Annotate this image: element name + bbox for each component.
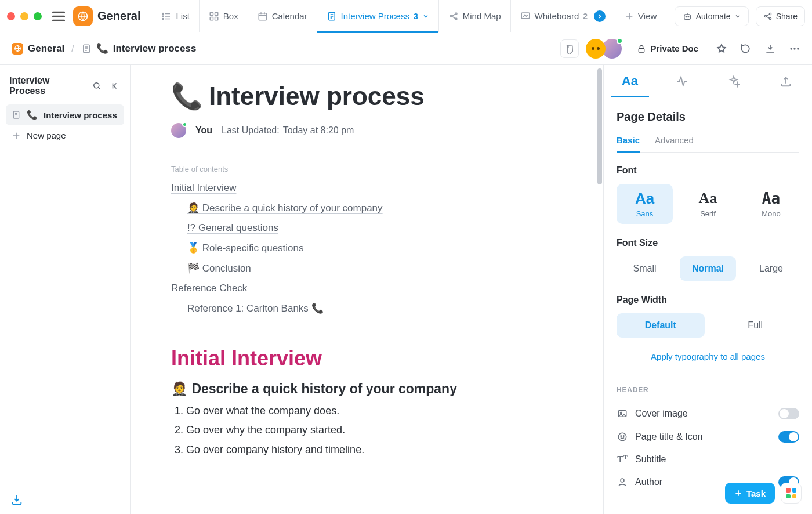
view-tab-whiteboard[interactable]: Whiteboard 2	[511, 0, 616, 32]
window-minimize-button[interactable]	[20, 12, 28, 20]
toggle-cover-image[interactable]	[778, 408, 799, 419]
rp-tab-ai[interactable]	[708, 65, 760, 97]
sidebar-item-label: New page	[27, 131, 66, 140]
comment-icon[interactable]	[740, 43, 752, 55]
size-large[interactable]: Large	[743, 256, 799, 281]
svg-point-24	[791, 48, 792, 49]
toc-link[interactable]: 🏁 Conclusion	[171, 258, 568, 278]
smile-icon	[617, 432, 628, 442]
last-updated-value: Today at 8:20 pm	[283, 125, 354, 136]
window-zoom-button[interactable]	[34, 12, 42, 20]
robot-icon	[682, 11, 693, 21]
window-close-button[interactable]	[7, 12, 15, 20]
right-panel-tabs: Aa	[604, 65, 812, 97]
rp-tab-export[interactable]	[760, 65, 812, 97]
rp-tab-typography[interactable]: Aa	[604, 65, 656, 97]
sparkle-icon	[727, 75, 740, 88]
star-icon[interactable]	[716, 43, 727, 55]
privacy-button[interactable]: Private Doc	[637, 44, 698, 53]
subtitle-icon: TT	[617, 454, 628, 465]
add-view-button[interactable]: View	[615, 0, 666, 32]
collapse-sidebar-icon[interactable]	[110, 81, 121, 91]
font-option-serif[interactable]: Aa Serif	[680, 184, 736, 224]
font-sample: Aa	[619, 191, 670, 206]
svg-point-12	[455, 18, 457, 20]
overflow-arrow-icon[interactable]	[594, 10, 606, 22]
list-item[interactable]: Go over why the company started.	[186, 421, 568, 440]
page-title-text: Interview process	[209, 82, 425, 111]
doc-icon	[327, 11, 337, 21]
new-task-button[interactable]: Task	[725, 483, 775, 504]
view-tab-interview-process[interactable]: Interview Process 3	[317, 0, 439, 32]
subtab-basic[interactable]: Basic	[617, 135, 640, 152]
size-small[interactable]: Small	[617, 256, 673, 281]
author-avatar[interactable]	[171, 123, 186, 138]
search-icon[interactable]	[92, 81, 102, 91]
right-panel: Aa Page Details Basic Advanced Font Aa S…	[603, 65, 812, 514]
list-item[interactable]: Go over company history and timeline.	[186, 440, 568, 459]
width-default[interactable]: Default	[617, 313, 705, 338]
sidebar-title: Interview Process	[9, 75, 85, 96]
document-scroll[interactable]: 📞 Interview process You Last Updated: To…	[130, 65, 603, 514]
apps-button[interactable]	[781, 483, 802, 504]
header-option-subtitle: TT Subtitle	[617, 448, 799, 470]
fontsize-section-label: Font Size	[617, 238, 799, 248]
sidebar-new-page-button[interactable]: New page	[6, 125, 124, 146]
share-button[interactable]: Share	[756, 6, 805, 26]
main-area: Interview Process 📞 Interview process Ne…	[0, 65, 812, 514]
subsection-heading[interactable]: 🤵 Describe a quick history of your compa…	[171, 381, 568, 397]
viewers-cluster[interactable]	[586, 39, 622, 59]
download-icon[interactable]	[764, 43, 776, 55]
toc-link[interactable]: !? General questions	[171, 218, 568, 238]
body-list[interactable]: Go over what the company does. Go over w…	[171, 401, 568, 459]
header-option-label: Subtitle	[635, 454, 666, 465]
svg-point-33	[624, 436, 625, 437]
size-normal[interactable]: Normal	[680, 256, 736, 281]
font-option-sans[interactable]: Aa Sans	[617, 184, 673, 224]
globe-icon	[12, 43, 23, 55]
automate-button[interactable]: Automate	[675, 6, 749, 26]
breadcrumb-bar: General / 📞 Interview process Private Do…	[0, 32, 812, 65]
view-tab-mind-map[interactable]: Mind Map	[439, 0, 511, 32]
width-full[interactable]: Full	[712, 313, 800, 338]
breadcrumb-page-label: Interview process	[113, 43, 197, 55]
toc-link[interactable]: Reference 1: Carlton Banks 📞	[171, 298, 568, 318]
menu-icon[interactable]	[52, 11, 65, 21]
toc: Initial Interview 🤵 Describe a quick his…	[171, 178, 568, 318]
breadcrumb-separator: /	[71, 44, 74, 54]
toc-link[interactable]: 🥇 Role-specific questions	[171, 238, 568, 258]
view-tab-box[interactable]: Box	[200, 0, 248, 32]
right-panel-body[interactable]: Page Details Basic Advanced Font Aa Sans…	[604, 97, 812, 514]
font-option-mono[interactable]: Aa Mono	[743, 184, 799, 224]
view-tab-label: View	[638, 11, 657, 21]
plus-icon	[12, 131, 21, 140]
apply-typography-link[interactable]: Apply typography to all pages	[651, 352, 765, 361]
svg-point-27	[94, 83, 99, 88]
import-icon[interactable]	[10, 493, 23, 506]
more-icon[interactable]	[789, 43, 800, 55]
lock-icon	[637, 44, 646, 53]
right-panel-title: Page Details	[617, 110, 799, 124]
rp-tab-activity[interactable]	[656, 65, 708, 97]
subtab-advanced[interactable]: Advanced	[655, 135, 694, 152]
toc-link[interactable]: Reference Check	[171, 278, 247, 298]
space-badge[interactable]: General	[73, 6, 140, 26]
svg-point-22	[567, 46, 568, 48]
toc-link[interactable]: Initial Interview	[171, 178, 236, 198]
breadcrumb-space[interactable]: General	[12, 43, 64, 55]
sidebar-item-interview-process[interactable]: 📞 Interview process	[6, 104, 124, 125]
list-item[interactable]: Go over what the company does.	[186, 401, 568, 421]
view-tab-calendar[interactable]: Calendar	[248, 0, 317, 32]
breadcrumb-page[interactable]: 📞 Interview process	[81, 42, 197, 55]
page-title[interactable]: 📞 Interview process	[171, 81, 568, 111]
view-tab-label: List	[176, 11, 189, 21]
tag-button[interactable]	[560, 39, 579, 58]
section-heading[interactable]: Initial Interview	[171, 346, 568, 371]
view-tab-list[interactable]: List	[152, 0, 199, 32]
toc-link[interactable]: 🤵 Describe a quick history of your compa…	[171, 198, 568, 218]
toggle-title-icon[interactable]	[778, 431, 799, 443]
header-option-title-icon: Page title & Icon	[617, 425, 799, 448]
breadcrumb-actions	[716, 43, 800, 55]
font-options: Aa Sans Aa Serif Aa Mono	[617, 184, 799, 224]
page-emoji-icon[interactable]: 📞	[171, 81, 203, 111]
